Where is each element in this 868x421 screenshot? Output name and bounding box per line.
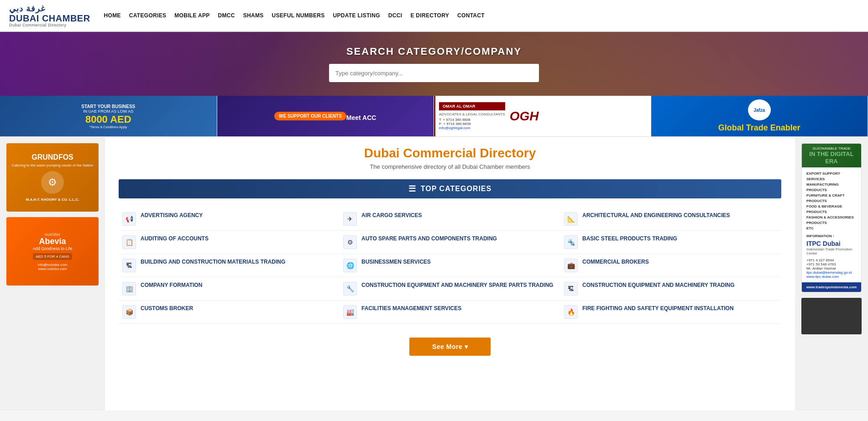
top-categories-label: TOP CATEGORIES	[421, 185, 492, 193]
itpc-name: ITPC Dubai	[806, 240, 857, 247]
category-label: FACILITIES MANAGEMENT SERVICES	[361, 305, 461, 312]
logo-area: غرفة دبي DUBAI CHAMBER Dubai Commercial …	[9, 4, 90, 27]
ad-jafza[interactable]: Jafza Global Trade Enabler	[651, 96, 868, 136]
nav-item-categories[interactable]: CATEGORIES	[129, 12, 166, 19]
header: غرفة دبي DUBAI CHAMBER Dubai Commercial …	[0, 0, 868, 32]
nav-item-shams[interactable]: SHAMS	[243, 12, 264, 19]
nav-item-useful-numbers[interactable]: USEFUL NUMBERS	[272, 12, 325, 19]
nav-item-contact[interactable]: CONTACT	[457, 12, 485, 19]
itpc-list-item: MANUFACTURING PRODUCTS	[806, 182, 857, 193]
category-label: FIRE FIGHTING AND SAFETY EQUIPMENT INSTA…	[582, 305, 734, 312]
nav-item-update-listing[interactable]: UPDATE LISTING	[333, 12, 380, 19]
ad-uaq-line1: START YOUR BUSINESS	[81, 104, 135, 109]
right-sidebar: SUSTAINABLE TRADE IN THE DIGITAL ERA EXP…	[795, 137, 868, 411]
category-item[interactable]: 📢 ADVERTISING AGENCY	[119, 208, 340, 231]
ad-uaq-line2: IN UAE FROM AS LOW AS	[83, 109, 133, 114]
ad-nutridor[interactable]: nutridor Abevia Add Goodness to Life AED…	[6, 217, 99, 286]
ad-ogh-tel: T: + 9714 380 8838	[439, 118, 505, 122]
nav-item-dcci[interactable]: DCCI	[388, 12, 403, 19]
category-item[interactable]: 🔧 CONSTRUCTION EQUIPMENT AND MACHINERY S…	[340, 277, 560, 301]
ad-acc-line1: WE SUPPORT OUR CLIENTS	[274, 112, 346, 120]
category-item[interactable]: 🏢 COMPANY FORMATION	[119, 277, 340, 301]
category-label: BUSINESSMEN SERVICES	[361, 259, 431, 266]
category-icon: 🏗	[564, 282, 578, 296]
ad-dark-image	[801, 298, 862, 334]
category-label: AUTO SPARE PARTS AND COMPONENTS TRADING	[361, 235, 497, 243]
itpc-list-item: FASHION & ACCESSORIES PRODUCTS	[806, 215, 857, 226]
category-item[interactable]: 📐 ARCHITECTURAL AND ENGINEERING CONSULTA…	[560, 208, 781, 231]
category-icon: 🏗	[122, 259, 136, 272]
ad-acc-line2: Meet ACC	[346, 114, 376, 121]
main-layout: GRUNDFOS Catering to the water pumping n…	[0, 137, 868, 411]
ad-itpc[interactable]: SUSTAINABLE TRADE IN THE DIGITAL ERA EXP…	[801, 143, 862, 292]
category-icon: 📢	[122, 212, 136, 226]
nutridor-email: info@nutridor.com	[37, 263, 67, 267]
category-item[interactable]: 🔥 FIRE FIGHTING AND SAFETY EQUIPMENT INS…	[560, 301, 781, 324]
itpc-tel1: +971 4 227 8544	[806, 258, 857, 262]
category-label: AIR CARGO SERVICES	[361, 212, 422, 219]
category-col-2: ✈ AIR CARGO SERVICES ⚙ AUTO SPARE PARTS …	[340, 208, 560, 324]
logo-sub: Dubai Commercial Directory	[9, 23, 67, 27]
itpc-list-item: EXPORT SUPPORT SERVICES	[806, 171, 857, 182]
itpc-web: www.itpc-dubai.com	[806, 275, 857, 279]
category-item[interactable]: ✈ AIR CARGO SERVICES	[340, 208, 560, 231]
category-label: ADVERTISING AGENCY	[141, 212, 203, 219]
itpc-list-item: FOOD & BEVERAGE PRODUCTS	[806, 204, 857, 215]
ad-grundfos[interactable]: GRUNDFOS Catering to the water pumping n…	[6, 143, 99, 212]
category-label: BUILDING AND CONSTRUCTION MATERIALS TRAD…	[141, 259, 285, 266]
ad-ogh-company: OMAR AL OMAR	[439, 102, 505, 110]
itpc-website-btn[interactable]: www.tradespoindonesia.com	[802, 282, 861, 292]
category-item[interactable]: ⚙ AUTO SPARE PARTS AND COMPONENTS TRADIN…	[340, 231, 560, 254]
category-item[interactable]: 💼 COMMERCIAL BROKERS	[560, 254, 781, 277]
categories-icon: ☰	[408, 184, 416, 194]
category-icon: 📦	[122, 305, 136, 319]
nav-item-home[interactable]: HOME	[104, 12, 121, 19]
ad-acc[interactable]: WE SUPPORT OUR CLIENTS Meet ACC	[217, 96, 434, 136]
search-input[interactable]	[329, 64, 539, 82]
itpc-info: INFORMATION :	[806, 234, 857, 238]
main-nav: HOMECATEGORIESMOBILE APPDMCCSHAMSUSEFUL …	[104, 12, 485, 19]
nav-item-dmcc[interactable]: DMCC	[218, 12, 235, 19]
logo-arabic: غرفة دبي	[9, 4, 45, 14]
category-icon: ✈	[343, 212, 357, 226]
categories-grid: 📢 ADVERTISING AGENCY 📋 AUDITING OF ACCOU…	[119, 208, 781, 324]
category-label: CONSTRUCTION EQUIPMENT AND MACHINERY TRA…	[582, 282, 735, 289]
ad-ogh[interactable]: OMAR AL OMAR ADVOCATES & LEGAL CONSULTAN…	[434, 96, 651, 136]
directory-subtitle: The comprehensive directory of all Dubai…	[119, 163, 781, 170]
nutridor-sub: Add Goodness to Life	[33, 246, 73, 251]
nutridor-web: www.nutridor.com	[38, 267, 67, 271]
category-item[interactable]: 🔩 BASIC STEEL PRODUCTS TRADING	[560, 231, 781, 254]
itpc-sust: SUSTAINABLE TRADE	[805, 146, 858, 151]
center-content: Dubai Commercial Directory The comprehen…	[105, 137, 795, 411]
hero-banner: SEARCH CATEGORY/COMPANY	[0, 32, 868, 96]
category-icon: 🏭	[343, 305, 357, 319]
nutridor-price: AED 5 FOR 4 CANS	[33, 253, 72, 260]
nav-item-mobile-app[interactable]: MOBILE APP	[174, 12, 209, 19]
ad-ogh-email: info@oghlegal.com	[439, 126, 505, 130]
nutridor-title: Abevia	[39, 237, 66, 246]
grundfos-company: M.A.H.T. KHOORY & CO. L.L.C.	[26, 198, 79, 202]
see-more-button[interactable]: See More ▾	[409, 338, 491, 356]
category-icon: 🔧	[343, 282, 357, 296]
category-icon: 📋	[122, 235, 136, 249]
category-item[interactable]: 🏭 FACILITIES MANAGEMENT SERVICES	[340, 301, 560, 324]
itpc-list-item: FURNITURE & CRAFT PRODUCTS	[806, 193, 857, 204]
category-col-3: 📐 ARCHITECTURAL AND ENGINEERING CONSULTA…	[560, 208, 781, 324]
category-item[interactable]: 🌐 BUSINESSMEN SERVICES	[340, 254, 560, 277]
category-label: COMPANY FORMATION	[141, 282, 202, 289]
category-icon: 💼	[564, 259, 578, 272]
hero-title: SEARCH CATEGORY/COMPANY	[346, 46, 522, 57]
category-item[interactable]: 🏗 CONSTRUCTION EQUIPMENT AND MACHINERY T…	[560, 277, 781, 301]
itpc-list-item: ETC	[806, 226, 857, 231]
grundfos-title: GRUNDFOS	[31, 153, 73, 161]
category-item[interactable]: 📦 CUSTOMS BROKER	[119, 301, 340, 324]
nav-item-e-directory[interactable]: E DIRECTORY	[410, 12, 449, 19]
ad-uaq[interactable]: START YOUR BUSINESS IN UAE FROM AS LOW A…	[0, 96, 217, 136]
category-label: ARCHITECTURAL AND ENGINEERING CONSULTANC…	[582, 212, 730, 219]
category-item[interactable]: 🏗 BUILDING AND CONSTRUCTION MATERIALS TR…	[119, 254, 340, 277]
category-icon: 🔥	[564, 305, 578, 319]
ad-jafza-label: Global Trade Enabler	[718, 123, 800, 133]
category-item[interactable]: 📋 AUDITING OF ACCOUNTS	[119, 231, 340, 254]
logo-english: DUBAI CHAMBER	[9, 14, 90, 23]
grundfos-icon: ⚙	[41, 171, 64, 194]
